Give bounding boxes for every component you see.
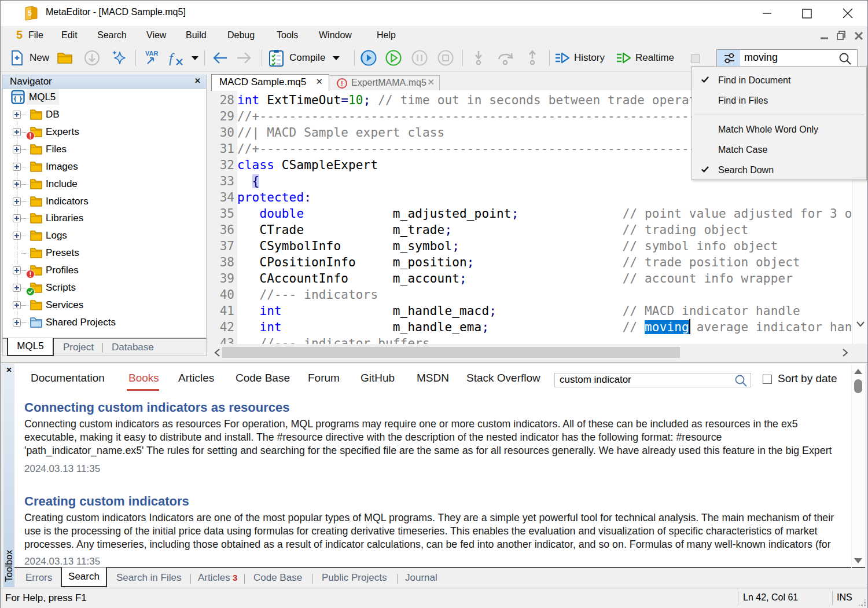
- editor-tab-macd-sample[interactable]: MACD Sample.mq5 ✕: [211, 74, 329, 91]
- tree-item-logs[interactable]: Logs: [3, 227, 207, 244]
- scroll-down-icon[interactable]: [856, 320, 865, 328]
- menu-tools[interactable]: Tools: [277, 26, 298, 45]
- toolbox-scroll-down-icon[interactable]: [854, 558, 862, 563]
- resize-grip[interactable]: [859, 599, 866, 607]
- tree-item-scripts[interactable]: Scripts: [3, 279, 207, 296]
- tree-expand-icon[interactable]: [13, 266, 21, 274]
- tree-expand-icon[interactable]: [13, 197, 21, 206]
- tree-expand-icon[interactable]: [13, 301, 21, 309]
- tree-expand-icon[interactable]: [13, 128, 21, 136]
- menu-search[interactable]: Search: [97, 26, 127, 45]
- tab-close-icon[interactable]: ✕: [315, 76, 323, 87]
- menu-edit[interactable]: Edit: [61, 26, 78, 45]
- window-maximize-button[interactable]: [793, 1, 820, 26]
- menu-item-match-case[interactable]: Match Case: [692, 140, 866, 160]
- window-close-button[interactable]: [834, 1, 860, 26]
- editor-horizontal-scrollbar[interactable]: [211, 345, 852, 360]
- tree-expand-icon[interactable]: [13, 180, 21, 188]
- menu-view[interactable]: View: [146, 26, 166, 45]
- toolbar-checkbox[interactable]: [691, 54, 700, 63]
- bottom-tab-articles[interactable]: Articles 3: [198, 572, 237, 584]
- toolbox-tab-stack-overflow[interactable]: Stack Overflow: [466, 372, 540, 384]
- tree-expand-icon[interactable]: [13, 163, 21, 171]
- navigator-tab-database[interactable]: Database: [112, 339, 154, 357]
- tree-item-services[interactable]: Services: [3, 296, 207, 314]
- bottom-tab-errors[interactable]: Errors: [25, 572, 52, 584]
- history-button[interactable]: History: [554, 45, 605, 71]
- toolbox-scroll-up-icon[interactable]: [854, 369, 862, 374]
- tree-item-shared-projects[interactable]: Shared Projects: [3, 314, 207, 331]
- insert-function-button[interactable]: f: [167, 45, 200, 71]
- menu-window[interactable]: Window: [319, 26, 352, 45]
- navigator-tab-mql5[interactable]: MQL5: [7, 338, 54, 356]
- navigator-tab-project[interactable]: Project: [63, 339, 94, 357]
- tree-item-include[interactable]: Include: [3, 175, 207, 193]
- tree-expand-icon[interactable]: [13, 145, 21, 153]
- tree-expand-icon[interactable]: [13, 111, 21, 119]
- tab-close-icon[interactable]: ✕: [427, 77, 435, 87]
- menu-file[interactable]: File: [28, 26, 43, 45]
- start-debug-realtime-button[interactable]: [384, 45, 403, 71]
- tree-item-indicators[interactable]: Indicators: [3, 193, 207, 210]
- editor-tab-expertmama[interactable]: ! ExpertMAMA.mq5 ✕: [330, 75, 440, 91]
- tree-expand-icon[interactable]: [13, 284, 21, 292]
- start-debug-history-button[interactable]: [359, 45, 378, 71]
- compile-button[interactable]: Compile: [269, 45, 345, 71]
- tree-item-db[interactable]: DB: [3, 106, 207, 123]
- menu-build[interactable]: Build: [186, 26, 207, 45]
- ai-assistant-button[interactable]: [109, 45, 128, 71]
- tree-item-mql5[interactable]: MQL5: [3, 89, 207, 106]
- bottom-tab-search[interactable]: Search: [61, 567, 107, 587]
- menu-help[interactable]: Help: [377, 26, 396, 45]
- tree-expand-icon[interactable]: [13, 214, 21, 222]
- menu-debug[interactable]: Debug: [227, 26, 255, 45]
- tree-item-images[interactable]: Images: [3, 158, 207, 175]
- navigate-back-button[interactable]: [211, 45, 230, 71]
- tree-item-presets[interactable]: Presets: [3, 244, 207, 262]
- menu-item-find-in-document[interactable]: Find in Document: [692, 70, 866, 90]
- tree-item-files[interactable]: Files: [3, 141, 207, 158]
- step-out-button[interactable]: [523, 45, 542, 71]
- step-into-button[interactable]: [469, 45, 488, 71]
- navigate-forward-button[interactable]: [234, 45, 253, 71]
- tree-item-experts[interactable]: Experts: [3, 123, 207, 141]
- step-over-button[interactable]: [495, 45, 516, 71]
- navigator-close-icon[interactable]: ✕: [194, 76, 201, 85]
- toolbox-tab-msdn[interactable]: MSDN: [417, 372, 449, 384]
- bottom-tab-journal[interactable]: Journal: [405, 572, 437, 584]
- scroll-left-icon[interactable]: [214, 348, 221, 357]
- open-button[interactable]: [56, 45, 74, 71]
- result-title-link[interactable]: Connecting custom indicators as resource…: [24, 400, 846, 415]
- toolbox-tab-books[interactable]: Books: [128, 372, 159, 384]
- download-button[interactable]: [83, 45, 101, 71]
- toolbar-search-input[interactable]: [744, 52, 831, 64]
- menu-item-find-in-files[interactable]: Find in Files: [692, 90, 866, 111]
- pause-debug-button[interactable]: [410, 45, 429, 71]
- menu-item-match-whole-word-only[interactable]: Match Whole Word Only: [692, 119, 866, 140]
- toolbox-tab-forum[interactable]: Forum: [308, 372, 340, 384]
- toolbox-tab-articles[interactable]: Articles: [178, 372, 214, 384]
- tree-item-profiles[interactable]: Profiles: [3, 262, 207, 279]
- search-options-button[interactable]: [717, 50, 740, 67]
- bottom-tab-search-in-files[interactable]: Search in Files: [116, 572, 181, 584]
- menu-item-search-down[interactable]: Search Down: [692, 160, 866, 180]
- toolbox-scrollbar[interactable]: [852, 364, 865, 568]
- search-icon[interactable]: [838, 52, 852, 65]
- toolbox-search-input[interactable]: [560, 374, 716, 386]
- tree-expand-icon[interactable]: [13, 232, 21, 240]
- new-button[interactable]: New: [8, 45, 49, 71]
- toolbox-tab-documentation[interactable]: Documentation: [31, 372, 105, 384]
- sort-by-date-checkbox[interactable]: [763, 375, 772, 384]
- toolbox-search-icon[interactable]: [734, 374, 748, 387]
- scroll-right-icon[interactable]: [841, 348, 849, 357]
- bottom-tab-code-base[interactable]: Code Base: [253, 572, 302, 584]
- window-minimize-button[interactable]: [753, 1, 780, 26]
- stop-debug-button[interactable]: [436, 45, 455, 71]
- tree-item-libraries[interactable]: Libraries: [3, 210, 207, 227]
- mdi-minimize-button[interactable]: [818, 26, 831, 45]
- result-title-link[interactable]: Creating custom indicators: [24, 494, 846, 509]
- mdi-close-button[interactable]: [852, 26, 865, 45]
- toolbox-tab-code-base[interactable]: Code Base: [236, 372, 290, 384]
- realtime-button[interactable]: Realtime: [616, 45, 674, 71]
- toolbox-tab-github[interactable]: GitHub: [361, 372, 395, 384]
